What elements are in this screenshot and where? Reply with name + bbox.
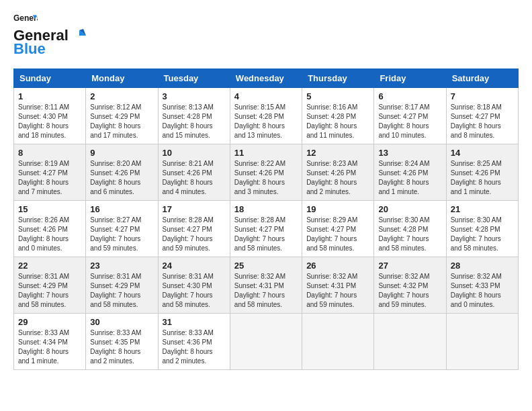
calendar-cell: 31Sunrise: 8:33 AMSunset: 4:36 PMDayligh… (158, 314, 230, 370)
day-info: Sunrise: 8:31 AMSunset: 4:29 PMDaylight:… (18, 272, 81, 310)
header-wednesday: Wednesday (230, 69, 302, 88)
calendar-table: SundayMondayTuesdayWednesdayThursdayFrid… (13, 68, 519, 370)
day-number: 7 (451, 91, 514, 101)
calendar-cell: 5Sunrise: 8:16 AMSunset: 4:28 PMDaylight… (302, 88, 374, 144)
header-monday: Monday (86, 69, 158, 88)
day-number: 12 (306, 148, 369, 158)
day-number: 19 (306, 204, 369, 214)
logo-bird-icon (70, 29, 89, 42)
svg-text:General: General (13, 13, 38, 23)
calendar-cell: 6Sunrise: 8:17 AMSunset: 4:27 PMDaylight… (374, 88, 446, 144)
day-number: 31 (163, 317, 226, 327)
header-sunday: Sunday (14, 69, 86, 88)
day-info: Sunrise: 8:11 AMSunset: 4:30 PMDaylight:… (18, 103, 81, 140)
calendar-cell: 26Sunrise: 8:32 AMSunset: 4:31 PMDayligh… (302, 257, 374, 314)
calendar-week-row: 29Sunrise: 8:33 AMSunset: 4:34 PMDayligh… (14, 314, 519, 370)
day-info: Sunrise: 8:15 AMSunset: 4:28 PMDaylight:… (234, 103, 298, 140)
day-number: 28 (451, 261, 514, 271)
logo: General General Blue (13, 13, 89, 58)
calendar-cell: 18Sunrise: 8:28 AMSunset: 4:27 PMDayligh… (230, 201, 302, 257)
day-number: 6 (378, 91, 441, 101)
calendar-week-row: 22Sunrise: 8:31 AMSunset: 4:29 PMDayligh… (14, 257, 519, 314)
calendar-cell: 12Sunrise: 8:23 AMSunset: 4:26 PMDayligh… (302, 144, 374, 201)
day-info: Sunrise: 8:31 AMSunset: 4:30 PMDaylight:… (163, 272, 226, 310)
day-number: 3 (163, 91, 226, 101)
page-header: General General Blue (13, 13, 519, 58)
day-info: Sunrise: 8:30 AMSunset: 4:28 PMDaylight:… (451, 216, 514, 253)
calendar-cell (230, 314, 302, 370)
logo-blue: Blue (13, 40, 46, 58)
day-number: 1 (18, 91, 81, 101)
day-number: 9 (90, 148, 153, 158)
day-info: Sunrise: 8:32 AMSunset: 4:31 PMDaylight:… (234, 272, 298, 310)
day-number: 22 (18, 261, 81, 271)
calendar-cell: 10Sunrise: 8:21 AMSunset: 4:26 PMDayligh… (158, 144, 230, 201)
day-info: Sunrise: 8:26 AMSunset: 4:26 PMDaylight:… (18, 216, 81, 253)
calendar-week-row: 1Sunrise: 8:11 AMSunset: 4:30 PMDaylight… (14, 88, 519, 144)
day-number: 25 (234, 261, 298, 271)
day-number: 17 (163, 204, 226, 214)
day-number: 18 (234, 204, 298, 214)
calendar-cell (302, 314, 374, 370)
calendar-cell: 17Sunrise: 8:28 AMSunset: 4:27 PMDayligh… (158, 201, 230, 257)
calendar-cell: 3Sunrise: 8:13 AMSunset: 4:28 PMDaylight… (158, 88, 230, 144)
day-number: 23 (90, 261, 153, 271)
calendar-cell: 29Sunrise: 8:33 AMSunset: 4:34 PMDayligh… (14, 314, 86, 370)
day-info: Sunrise: 8:19 AMSunset: 4:27 PMDaylight:… (18, 159, 81, 197)
calendar-week-row: 8Sunrise: 8:19 AMSunset: 4:27 PMDaylight… (14, 144, 519, 201)
calendar-cell: 27Sunrise: 8:32 AMSunset: 4:32 PMDayligh… (374, 257, 446, 314)
calendar-cell: 22Sunrise: 8:31 AMSunset: 4:29 PMDayligh… (14, 257, 86, 314)
day-number: 20 (378, 204, 441, 214)
day-info: Sunrise: 8:25 AMSunset: 4:26 PMDaylight:… (451, 159, 514, 197)
calendar-cell: 28Sunrise: 8:32 AMSunset: 4:33 PMDayligh… (446, 257, 518, 314)
calendar-cell: 1Sunrise: 8:11 AMSunset: 4:30 PMDaylight… (14, 88, 86, 144)
day-info: Sunrise: 8:32 AMSunset: 4:31 PMDaylight:… (306, 272, 369, 310)
calendar-cell: 19Sunrise: 8:29 AMSunset: 4:27 PMDayligh… (302, 201, 374, 257)
day-info: Sunrise: 8:18 AMSunset: 4:27 PMDaylight:… (451, 103, 514, 140)
day-info: Sunrise: 8:32 AMSunset: 4:32 PMDaylight:… (378, 272, 441, 310)
calendar-cell: 25Sunrise: 8:32 AMSunset: 4:31 PMDayligh… (230, 257, 302, 314)
day-number: 2 (90, 91, 153, 101)
day-info: Sunrise: 8:28 AMSunset: 4:27 PMDaylight:… (163, 216, 226, 253)
day-number: 15 (18, 204, 81, 214)
calendar-cell: 8Sunrise: 8:19 AMSunset: 4:27 PMDaylight… (14, 144, 86, 201)
day-number: 27 (378, 261, 441, 271)
day-info: Sunrise: 8:22 AMSunset: 4:26 PMDaylight:… (234, 159, 298, 197)
day-info: Sunrise: 8:27 AMSunset: 4:27 PMDaylight:… (90, 216, 153, 253)
header-tuesday: Tuesday (158, 69, 230, 88)
calendar-cell: 13Sunrise: 8:24 AMSunset: 4:26 PMDayligh… (374, 144, 446, 201)
calendar-cell: 24Sunrise: 8:31 AMSunset: 4:30 PMDayligh… (158, 257, 230, 314)
day-info: Sunrise: 8:31 AMSunset: 4:29 PMDaylight:… (90, 272, 153, 310)
calendar-cell: 16Sunrise: 8:27 AMSunset: 4:27 PMDayligh… (86, 201, 158, 257)
day-info: Sunrise: 8:28 AMSunset: 4:27 PMDaylight:… (234, 216, 298, 253)
day-info: Sunrise: 8:16 AMSunset: 4:28 PMDaylight:… (306, 103, 369, 140)
day-info: Sunrise: 8:33 AMSunset: 4:34 PMDaylight:… (18, 328, 81, 366)
header-friday: Friday (374, 69, 446, 88)
header-thursday: Thursday (302, 69, 374, 88)
calendar-cell: 15Sunrise: 8:26 AMSunset: 4:26 PMDayligh… (14, 201, 86, 257)
day-info: Sunrise: 8:21 AMSunset: 4:26 PMDaylight:… (163, 159, 226, 197)
calendar-week-row: 15Sunrise: 8:26 AMSunset: 4:26 PMDayligh… (14, 201, 519, 257)
day-number: 29 (18, 317, 81, 327)
header-saturday: Saturday (446, 69, 518, 88)
day-info: Sunrise: 8:33 AMSunset: 4:36 PMDaylight:… (163, 328, 226, 366)
calendar-cell: 21Sunrise: 8:30 AMSunset: 4:28 PMDayligh… (446, 201, 518, 257)
day-number: 21 (451, 204, 514, 214)
calendar-cell: 14Sunrise: 8:25 AMSunset: 4:26 PMDayligh… (446, 144, 518, 201)
calendar-cell (374, 314, 446, 370)
day-info: Sunrise: 8:13 AMSunset: 4:28 PMDaylight:… (163, 103, 226, 140)
calendar-cell: 30Sunrise: 8:33 AMSunset: 4:35 PMDayligh… (86, 314, 158, 370)
day-number: 4 (234, 91, 298, 101)
day-number: 24 (163, 261, 226, 271)
day-number: 16 (90, 204, 153, 214)
day-info: Sunrise: 8:12 AMSunset: 4:29 PMDaylight:… (90, 103, 153, 140)
day-info: Sunrise: 8:29 AMSunset: 4:27 PMDaylight:… (306, 216, 369, 253)
calendar-cell: 23Sunrise: 8:31 AMSunset: 4:29 PMDayligh… (86, 257, 158, 314)
day-number: 5 (306, 91, 369, 101)
day-number: 30 (90, 317, 153, 327)
calendar-cell: 2Sunrise: 8:12 AMSunset: 4:29 PMDaylight… (86, 88, 158, 144)
day-info: Sunrise: 8:30 AMSunset: 4:28 PMDaylight:… (378, 216, 441, 253)
day-info: Sunrise: 8:32 AMSunset: 4:33 PMDaylight:… (451, 272, 514, 310)
day-number: 8 (18, 148, 81, 158)
day-number: 11 (234, 148, 298, 158)
